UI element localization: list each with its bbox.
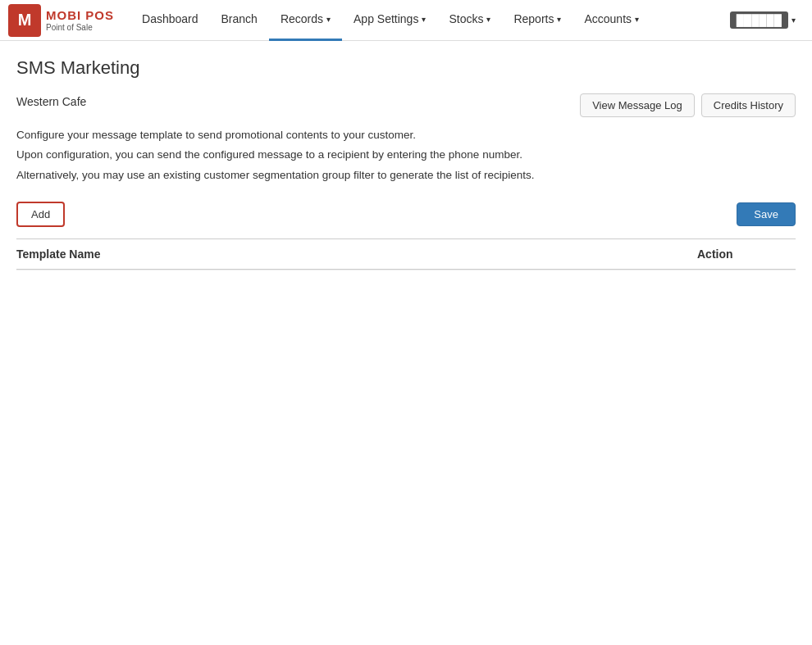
stocks-dropdown-arrow: ▾ [486,15,490,24]
col-header-action: Action [697,248,796,261]
brand-logo-link[interactable]: M MOBI POS Point of Sale [8,4,114,37]
main-content: SMS Marketing Western Cafe View Message … [0,41,812,287]
description-block: Configure your message template to send … [16,125,796,185]
nav-item-branch[interactable]: Branch [210,0,269,41]
app-settings-dropdown-arrow: ▾ [422,15,426,24]
navbar: M MOBI POS Point of Sale Dashboard Branc… [0,0,812,41]
brand-logo-icon: M [8,4,41,37]
records-dropdown-arrow: ▾ [326,15,331,24]
nav-item-accounts[interactable]: Accounts ▾ [573,0,650,41]
nav-user-menu[interactable]: ██████ ▾ [722,0,804,41]
view-message-log-button[interactable]: View Message Log [580,93,695,117]
nav-item-records[interactable]: Records ▾ [269,0,342,41]
description-line-3: Alternatively, you may use an existing c… [16,166,796,185]
reports-dropdown-arrow: ▾ [557,15,561,24]
action-buttons: View Message Log Credits History [580,93,796,117]
nav-item-dashboard[interactable]: Dashboard [130,0,210,41]
nav-items: Dashboard Branch Records ▾ App Settings … [130,0,650,41]
user-name-badge: ██████ [730,11,788,29]
save-button[interactable]: Save [737,202,796,226]
nav-item-app-settings[interactable]: App Settings ▾ [342,0,437,41]
col-header-template-name: Template Name [16,248,697,261]
add-button[interactable]: Add [16,202,65,227]
info-row: Western Cafe View Message Log Credits Hi… [16,90,796,117]
toolbar-row: Add Save [16,202,796,227]
user-dropdown-arrow: ▾ [791,16,796,25]
brand-name: MOBI POS [46,8,114,23]
store-name: Western Cafe [16,90,86,108]
accounts-dropdown-arrow: ▾ [635,15,639,24]
nav-item-reports[interactable]: Reports ▾ [502,0,573,41]
nav-item-stocks[interactable]: Stocks ▾ [437,0,502,41]
description-line-2: Upon configuration, you can send the con… [16,145,796,165]
template-table: Template Name Action [16,238,796,270]
table-header: Template Name Action [16,239,796,270]
brand-sub: Point of Sale [46,23,114,33]
description-line-1: Configure your message template to send … [16,125,796,145]
page-title: SMS Marketing [16,57,796,79]
credits-history-button[interactable]: Credits History [701,93,796,117]
